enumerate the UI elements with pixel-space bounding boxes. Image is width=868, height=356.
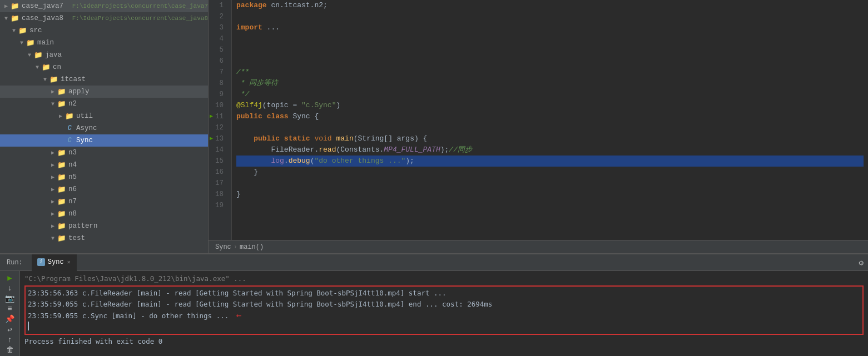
folder-icon: 📁 <box>57 87 67 96</box>
trash-button[interactable]: 🗑 <box>2 345 18 354</box>
code-container: 1 2 3 4 5 6 7 8 9 10 ▶ 11 12 ▶ 13 14 <box>209 0 868 240</box>
tree-label: case_java7 <box>22 2 70 10</box>
tree-item-n8[interactable]: ▶ 📁 n8 <box>0 208 208 220</box>
folder-icon: 📁 <box>57 173 67 182</box>
tree-item-n5[interactable]: ▶ 📁 n5 <box>0 171 208 183</box>
tree-item-sync[interactable]: C Sync <box>0 134 208 147</box>
bottom-tabs-wrapper: Run: i Sync ✕ ⚙ <box>0 254 868 271</box>
tree-label: n3 <box>68 149 208 157</box>
wrap-button[interactable]: ↩ <box>2 325 18 334</box>
collapse-arrow: ▼ <box>41 77 49 83</box>
tree-item-util[interactable]: ▶ 📁 util <box>0 110 208 122</box>
tree-item-pattern[interactable]: ▶ 📁 pattern <box>0 220 208 232</box>
folder-icon: 📁 <box>57 197 67 206</box>
tree-item-cn[interactable]: ▼ 📁 cn <box>0 61 208 73</box>
tree-label: Sync <box>76 137 208 144</box>
code-line-5 <box>236 44 864 56</box>
folder-icon: 📁 <box>10 2 20 11</box>
ln-16: 16 <box>209 167 227 178</box>
ln-10: 10 <box>209 100 227 111</box>
code-line-3: import ... <box>236 22 864 33</box>
code-line-1: package cn.itcast.n2; <box>236 0 864 11</box>
code-line-16: } <box>236 167 864 178</box>
tree-label: Async <box>76 124 208 132</box>
tree-item-n7[interactable]: ▶ 📁 n7 <box>0 195 208 208</box>
tree-label: src <box>29 27 208 34</box>
run-button-11[interactable]: ▶ <box>210 111 213 122</box>
folder-icon: 📁 <box>57 148 67 157</box>
tree-item-src[interactable]: ▼ 📁 src <box>0 24 208 37</box>
tab-sync[interactable]: i Sync ✕ <box>32 254 77 271</box>
tree-label: n7 <box>68 198 208 205</box>
tree-item-case-java8[interactable]: ▼ 📁 case_java8 F:\IdeaProjects\concurren… <box>0 12 208 24</box>
ln-5: 5 <box>209 44 227 56</box>
folder-icon: 📁 <box>10 14 20 23</box>
tab-close-button[interactable]: ✕ <box>67 259 71 265</box>
log-text-2: 23:35:59.055 c.FileReader [main] - read … <box>28 300 492 308</box>
collapse-arrow: ▶ <box>49 198 57 205</box>
collapse-arrow: ▶ <box>49 88 57 95</box>
run-label: Run: <box>2 259 27 267</box>
scroll-down-button[interactable]: ↓ <box>2 284 18 293</box>
code-editor[interactable]: package cn.itcast.n2; import ... /** <box>232 0 868 240</box>
bottom-tabs: Run: i Sync ✕ ⚙ <box>0 254 868 271</box>
ln-8: 8 <box>209 78 227 89</box>
tree-item-n4[interactable]: ▶ 📁 n4 <box>0 159 208 171</box>
ln-7: 7 <box>209 67 227 78</box>
arrow-indicator: ← <box>236 310 242 321</box>
ln-12: 12 <box>209 122 227 133</box>
code-line-10: @Slf4j(topic = "c.Sync") <box>236 100 864 111</box>
snapshot-button[interactable]: 📷 <box>2 294 18 303</box>
code-line-15: 💡 log.debug("do other things ..."); <box>236 156 864 167</box>
folder-icon: 📁 <box>57 185 67 194</box>
run-button[interactable]: ▶ <box>2 273 18 283</box>
run-button-13[interactable]: ▶ <box>210 133 213 144</box>
cursor-indicator <box>28 322 33 330</box>
folder-icon: 📁 <box>65 112 75 121</box>
folder-icon: 📁 <box>33 51 43 59</box>
folder-icon: 📁 <box>57 161 67 169</box>
cmd-line: "C:\Program Files\Java\jdk1.8.0_212\bin\… <box>24 273 864 284</box>
ln-17: 17 <box>209 178 227 189</box>
ln-14: 14 <box>209 144 227 156</box>
breadcrumb-bar: Sync › main() <box>209 240 868 253</box>
editor-area: 1 2 3 4 5 6 7 8 9 10 ▶ 11 12 ▶ 13 14 <box>209 0 868 253</box>
tree-label: n6 <box>68 185 208 193</box>
tree-item-test[interactable]: ▼ 📁 test <box>0 232 208 244</box>
tree-item-n3[interactable]: ▶ 📁 n3 <box>0 147 208 159</box>
breadcrumb-separator: › <box>234 243 237 251</box>
tree-item-apply[interactable]: ▶ 📁 apply <box>0 86 208 98</box>
ln-18: 18 <box>209 189 227 200</box>
log-line-2: 23:35:59.055 c.FileReader [main] - read … <box>28 299 860 310</box>
tree-item-main[interactable]: ▼ 📁 main <box>0 37 208 49</box>
collapse-arrow: ▼ <box>49 235 57 242</box>
collapse-arrow: ▶ <box>49 162 57 168</box>
tree-item-java[interactable]: ▼ 📁 java <box>0 49 208 61</box>
tree-item-async[interactable]: C Async <box>0 122 208 134</box>
code-line-2 <box>236 11 864 22</box>
code-line-4 <box>236 33 864 44</box>
tree-item-case-java7[interactable]: ▶ 📁 case_java7 F:\IdeaProjects\concurren… <box>0 0 208 12</box>
code-line-17 <box>236 178 864 189</box>
run-output: "C:\Program Files\Java\jdk1.8.0_212\bin\… <box>20 271 868 356</box>
collapse-arrow: ▶ <box>49 186 57 193</box>
collapse-arrow: ▼ <box>10 28 18 34</box>
list-button[interactable]: ≡ <box>2 304 18 313</box>
collapse-arrow: ▼ <box>26 52 33 58</box>
tree-item-itcast[interactable]: ▼ 📁 itcast <box>0 73 208 86</box>
settings-icon[interactable]: ⚙ <box>859 258 864 268</box>
folder-icon: 📁 <box>57 99 67 108</box>
tree-label: apply <box>68 88 208 96</box>
pin-button[interactable]: 📌 <box>2 314 18 324</box>
tree-item-n2[interactable]: ▼ 📁 n2 <box>0 98 208 110</box>
main-area: ▶ 📁 case_java7 F:\IdeaProjects\concurren… <box>0 0 868 253</box>
ln-11: ▶ 11 <box>209 111 227 122</box>
tree-label: itcast <box>61 76 208 83</box>
folder-icon: 📁 <box>57 209 67 218</box>
ln-4: 4 <box>209 33 227 44</box>
tree-item-n6[interactable]: ▶ 📁 n6 <box>0 183 208 195</box>
folder-icon: 📁 <box>18 26 28 35</box>
run-content: ▶ ↓ 📷 ≡ 📌 ↩ ↑ 🗑 "C:\Program Files\Java\j… <box>0 271 868 356</box>
collapse-arrow: ▶ <box>49 210 57 217</box>
scroll-up-button[interactable]: ↑ <box>2 335 18 344</box>
